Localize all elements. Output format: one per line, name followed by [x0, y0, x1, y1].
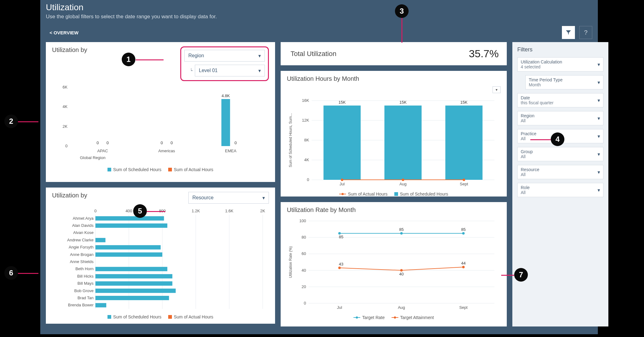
svg-rect-34 — [95, 223, 167, 228]
svg-text:0: 0 — [307, 177, 309, 182]
svg-text:4K: 4K — [63, 104, 68, 109]
svg-point-111 — [338, 267, 341, 269]
annotation-marker-5: 5 — [133, 204, 147, 218]
select-region[interactable]: Region ▾ — [184, 50, 265, 62]
legend-swatch-scheduled — [394, 192, 398, 196]
svg-rect-40 — [95, 245, 161, 249]
filter-role[interactable]: RoleAll▾ — [517, 183, 603, 197]
legend-swatch-scheduled — [107, 315, 111, 319]
card-title: Utilization by — [52, 192, 87, 199]
svg-text:15K: 15K — [460, 100, 467, 105]
annotation-marker-7: 7 — [514, 268, 528, 282]
annotation-marker-3: 3 — [395, 4, 409, 18]
filters-panel: Filters Utilization Calculation4 selecte… — [512, 42, 608, 326]
kpi-label: Total Utilization — [291, 50, 336, 58]
filter-time-period-type[interactable]: Time Period TypeMonth▾ — [525, 75, 603, 89]
svg-text:Utilization Rate (%): Utilization Rate (%) — [288, 246, 293, 278]
filter-region[interactable]: RegionAll▾ — [517, 111, 603, 125]
filter-toggle-button[interactable] — [562, 26, 575, 39]
select-resource[interactable]: Resource ▾ — [188, 192, 269, 204]
svg-text:Anne Brogan: Anne Brogan — [70, 252, 94, 257]
svg-text:2K: 2K — [260, 209, 265, 213]
select-level[interactable]: Level 01 ▾ — [195, 65, 265, 76]
svg-text:15K: 15K — [339, 100, 346, 105]
svg-text:100: 100 — [299, 218, 306, 223]
svg-rect-75 — [445, 106, 483, 180]
annotation-line-7 — [501, 275, 514, 276]
filter-group[interactable]: GroupAll▾ — [517, 147, 603, 161]
legend-swatch-target-attainment — [392, 316, 398, 319]
filter-utilization-calculation[interactable]: Utilization Calculation4 selected▾ — [517, 57, 603, 71]
svg-rect-48 — [95, 274, 172, 279]
svg-point-81 — [402, 179, 404, 181]
svg-text:4K: 4K — [304, 158, 309, 162]
chart-options-button[interactable]: ▾ — [493, 86, 501, 93]
svg-text:16K: 16K — [302, 98, 309, 103]
svg-text:Aug: Aug — [398, 305, 405, 310]
select-label: Resource — [192, 195, 213, 201]
annotation-marker-6: 6 — [4, 266, 18, 280]
annotation-line-2 — [18, 121, 38, 122]
svg-text:Alan Davids: Alan Davids — [72, 223, 94, 228]
svg-text:0: 0 — [160, 140, 163, 145]
svg-text:Sum of Scheduled Hours, Sum...: Sum of Scheduled Hours, Sum... — [288, 113, 293, 167]
chart-legend: Target Rate Target Attainment — [287, 315, 501, 320]
svg-text:1.6K: 1.6K — [225, 209, 234, 213]
annotation-line-1 — [136, 59, 164, 60]
svg-text:Angie Forsyth: Angie Forsyth — [69, 245, 94, 249]
svg-text:400: 400 — [125, 209, 132, 213]
svg-rect-72 — [384, 106, 422, 180]
svg-point-82 — [463, 179, 465, 181]
filter-resource[interactable]: ResourceAll▾ — [517, 165, 603, 179]
svg-point-84 — [342, 193, 344, 195]
filter-date[interactable]: Datethis fiscal quarter▾ — [517, 93, 603, 107]
svg-text:Aug: Aug — [399, 182, 406, 186]
svg-line-110 — [401, 267, 463, 270]
svg-text:0: 0 — [94, 209, 96, 213]
svg-text:40: 40 — [302, 268, 306, 273]
legend-swatch-scheduled — [107, 168, 111, 171]
svg-text:0: 0 — [170, 140, 173, 145]
chevron-down-icon: ▾ — [598, 151, 600, 157]
svg-rect-46 — [95, 267, 167, 271]
svg-text:Bob Grove: Bob Grove — [74, 288, 94, 293]
svg-text:85: 85 — [461, 227, 466, 232]
svg-rect-32 — [95, 216, 164, 221]
svg-text:2K: 2K — [63, 124, 68, 129]
annotation-line-4 — [530, 139, 551, 140]
svg-text:Sept: Sept — [460, 182, 468, 186]
chevron-down-icon: ▾ — [598, 133, 600, 139]
legend-swatch-target-rate — [353, 316, 360, 319]
breadcrumb-overview[interactable]: < OVERVIEW — [50, 30, 79, 35]
region-selector-highlight: Region ▾ ┕ Level 01 ▾ — [180, 46, 269, 81]
svg-text:0: 0 — [304, 301, 306, 305]
card-utilization-by-region: Utilization by Region ▾ ┕ Le — [46, 42, 275, 182]
svg-text:12K: 12K — [302, 118, 309, 123]
chevron-down-icon: ▾ — [598, 62, 600, 67]
annotation-line-5 — [147, 211, 165, 212]
svg-point-113 — [400, 269, 403, 272]
svg-rect-69 — [323, 106, 361, 180]
svg-text:Bill Mays: Bill Mays — [77, 281, 94, 286]
card-title: Utilization Rate by Month — [287, 206, 501, 214]
help-button[interactable]: ? — [579, 26, 592, 39]
chevron-down-icon: ▾ — [258, 68, 261, 74]
svg-text:Andrew Clarke: Andrew Clarke — [67, 238, 94, 242]
svg-point-118 — [356, 317, 358, 319]
svg-text:0: 0 — [234, 140, 237, 145]
svg-text:Jul: Jul — [340, 182, 345, 186]
page-header: Utilization Use the global filters to se… — [40, 0, 598, 23]
annotation-marker-1: 1 — [122, 53, 135, 66]
svg-rect-52 — [95, 289, 176, 293]
svg-text:Ahmet Arya: Ahmet Arya — [73, 216, 94, 221]
help-icon: ? — [584, 29, 587, 36]
svg-rect-54 — [95, 296, 169, 300]
chevron-down-icon: ▾ — [598, 115, 600, 121]
svg-text:6K: 6K — [63, 85, 68, 89]
svg-text:15K: 15K — [399, 100, 406, 105]
svg-point-120 — [394, 317, 396, 319]
svg-rect-56 — [95, 303, 106, 307]
svg-text:Anne Shields: Anne Shields — [70, 259, 94, 264]
chevron-down-icon: ▾ — [258, 53, 261, 59]
chart-legend: Sum of Scheduled Hours Sum of Actual Hou… — [52, 314, 269, 319]
